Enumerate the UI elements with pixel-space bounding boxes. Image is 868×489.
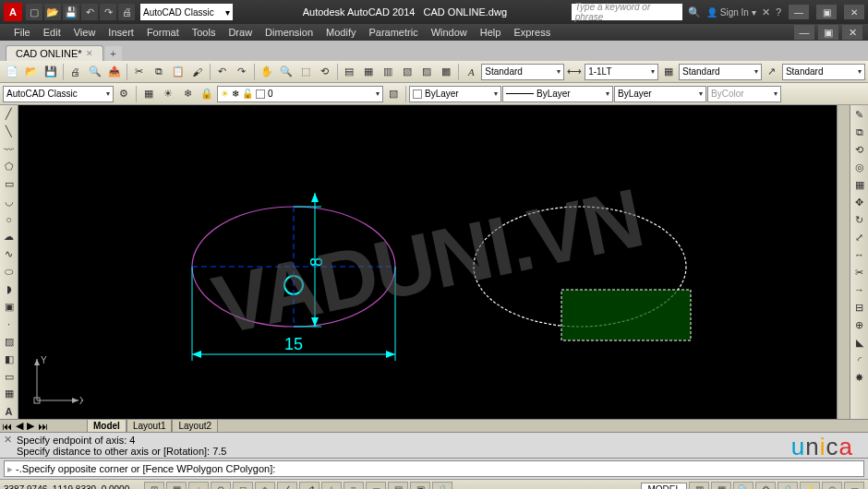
dim-style-icon[interactable]: ⟷ [565, 63, 584, 81]
menu-edit[interactable]: Edit [37, 27, 67, 38]
drawing-canvas[interactable]: 8 15 X Y VADUNI.VN [18, 105, 837, 419]
move-icon[interactable]: ✥ [852, 195, 867, 209]
spline-icon[interactable]: ∿ [2, 247, 17, 262]
open-icon[interactable]: 📂 [44, 4, 61, 20]
workspace-select[interactable]: AutoCAD Classic▾ [3, 86, 114, 102]
qv-drawings-icon[interactable]: ▦ [711, 482, 731, 490]
ellipse-icon[interactable]: ⬭ [2, 264, 17, 279]
explode-icon[interactable]: ✸ [852, 370, 867, 385]
undo-icon[interactable]: ↶ [213, 63, 232, 81]
table-style-icon[interactable]: ▦ [659, 63, 678, 81]
mleader-style-icon[interactable]: ↗ [763, 63, 781, 81]
gradient-icon[interactable]: ◧ [2, 352, 17, 366]
menu-draw[interactable]: Draw [222, 27, 259, 38]
layer-match-icon[interactable]: ▧ [384, 85, 403, 103]
new-icon[interactable]: 📄 [3, 63, 21, 81]
close-button[interactable]: ✕ [844, 5, 864, 19]
dim-style-select[interactable]: 1-1LT▾ [585, 64, 658, 80]
match-icon[interactable]: 🖌 [188, 63, 207, 81]
tab-prev-icon[interactable]: ◀ [14, 420, 25, 432]
print-icon[interactable]: 🖨 [118, 4, 135, 20]
help-icon[interactable]: ? [776, 6, 781, 18]
rotate-icon[interactable]: ↻ [852, 212, 867, 227]
layer-lock-icon[interactable]: 🔒 [198, 85, 216, 103]
scale-icon[interactable]: ⤢ [852, 230, 867, 244]
tab-first-icon[interactable]: ⏮ [0, 421, 14, 432]
trim-icon[interactable]: ✂ [852, 265, 867, 280]
chamfer-icon[interactable]: ◣ [852, 335, 867, 350]
mirror-icon[interactable]: ⟲ [852, 142, 867, 157]
new-tab-button[interactable]: + [105, 46, 122, 61]
qcalc-icon[interactable]: ▩ [437, 63, 455, 81]
doc-close-button[interactable]: ✕ [842, 25, 862, 40]
snap-toggle[interactable]: ⊞ [144, 482, 164, 490]
qv-layouts-icon[interactable]: ▥ [689, 482, 709, 490]
lwt-toggle[interactable]: ≡ [344, 482, 364, 490]
menu-dimension[interactable]: Dimension [259, 27, 319, 38]
grid-toggle[interactable]: ▦ [166, 482, 187, 490]
zoom-window-icon[interactable]: ⬚ [296, 63, 315, 81]
tool-palette-icon[interactable]: ▥ [379, 63, 397, 81]
tpy-toggle[interactable]: ▭ [366, 482, 386, 490]
hatch-icon[interactable]: ▨ [2, 334, 17, 349]
menu-window[interactable]: Window [425, 27, 474, 38]
app-logo[interactable]: A [4, 3, 22, 21]
xline-icon[interactable]: ╲ [2, 125, 17, 139]
paste-icon[interactable]: 📋 [169, 63, 187, 81]
color-select[interactable]: ByLayer▾ [409, 86, 501, 102]
search-icon[interactable]: 🔍 [688, 6, 701, 18]
gear-icon[interactable]: ⚙ [115, 85, 133, 103]
preview-icon[interactable]: 🔍 [86, 63, 104, 81]
zoom-prev-icon[interactable]: ⟲ [316, 63, 334, 81]
hw-accel-icon[interactable]: ⚡ [800, 482, 820, 490]
redo-icon[interactable]: ↷ [100, 4, 116, 20]
text-style-select[interactable]: Standard▾ [481, 64, 564, 80]
vertical-scrollbar[interactable] [837, 105, 850, 419]
layer-state-icon[interactable]: ☀ [159, 85, 177, 103]
osnap-toggle[interactable]: ◻ [233, 482, 253, 490]
polygon-icon[interactable]: ⬠ [2, 160, 17, 174]
polyline-icon[interactable]: 〰 [2, 142, 17, 157]
array-icon[interactable]: ▦ [852, 177, 867, 192]
am-toggle[interactable]: 🔒 [432, 482, 452, 490]
markup-icon[interactable]: ▨ [417, 63, 436, 81]
new-icon[interactable]: ▢ [26, 4, 42, 20]
tab-last-icon[interactable]: ⏭ [36, 421, 50, 432]
publish-icon[interactable]: 📤 [105, 63, 124, 81]
ws-switch-icon[interactable]: ⚙ [755, 482, 776, 490]
isolate-icon[interactable]: ◎ [822, 482, 842, 490]
text-style-icon[interactable]: A [462, 63, 480, 81]
tab-layout1[interactable]: Layout1 [127, 419, 173, 433]
table-style-select[interactable]: Standard▾ [679, 64, 762, 80]
polar-toggle[interactable]: ⊙ [211, 482, 231, 490]
dc-icon[interactable]: ▦ [359, 63, 378, 81]
menu-parametric[interactable]: Parametric [362, 27, 424, 38]
menu-modify[interactable]: Modify [319, 27, 362, 38]
save-icon[interactable]: 💾 [42, 63, 60, 81]
menu-view[interactable]: View [67, 27, 102, 38]
cmd-close-icon[interactable]: ✕ [4, 434, 17, 446]
revcloud-icon[interactable]: ☁ [2, 230, 17, 244]
layer-select[interactable]: ☀❄🔓0 ▾ [217, 86, 383, 102]
menu-tools[interactable]: Tools [186, 27, 223, 38]
block-icon[interactable]: ▣ [2, 299, 17, 314]
open-icon[interactable]: 📂 [22, 63, 41, 81]
stretch-icon[interactable]: ↔ [852, 247, 867, 262]
table-icon[interactable]: ▦ [2, 387, 17, 401]
properties-icon[interactable]: ▤ [341, 63, 359, 81]
tab-layout2[interactable]: Layout2 [172, 419, 218, 433]
layer-freeze-icon[interactable]: ❄ [178, 85, 197, 103]
toolbar-lock-icon[interactable]: 🔒 [778, 482, 798, 490]
command-input[interactable]: ▸ -.Specify opposite corner or [Fence WP… [4, 460, 864, 477]
copy-icon[interactable]: ⧉ [150, 63, 168, 81]
menu-format[interactable]: Format [140, 27, 186, 38]
point-icon[interactable]: · [2, 316, 17, 331]
qp-toggle[interactable]: ▤ [388, 482, 408, 490]
3dosnap-toggle[interactable]: ◈ [255, 482, 275, 490]
extend-icon[interactable]: → [852, 282, 867, 297]
break-icon[interactable]: ⊟ [852, 300, 867, 315]
lineweight-select[interactable]: ByLayer▾ [614, 86, 706, 102]
otrack-toggle[interactable]: ∠ [277, 482, 297, 490]
rectangle-icon[interactable]: ▭ [2, 177, 17, 192]
pan-icon[interactable]: ✋ [258, 63, 276, 81]
